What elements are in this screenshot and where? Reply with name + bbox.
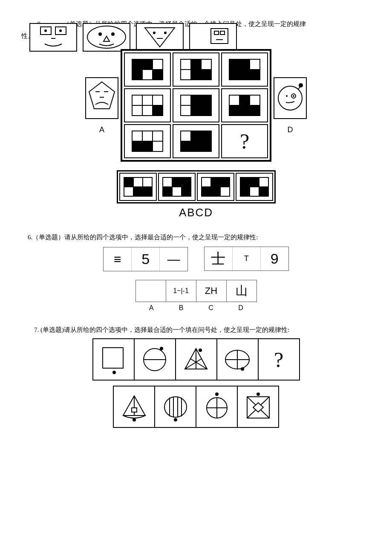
- q6-option-label: A: [136, 304, 166, 312]
- svg-rect-38: [229, 59, 239, 70]
- svg-rect-65: [132, 141, 142, 151]
- q6-cell: —: [160, 247, 187, 271]
- svg-rect-28: [153, 59, 163, 70]
- q6-sequence-2: 士T9: [204, 247, 289, 271]
- svg-point-136: [257, 392, 260, 396]
- svg-rect-120: [132, 408, 137, 412]
- q5-abcd-row: ABCD: [21, 206, 371, 219]
- svg-rect-39: [239, 59, 250, 70]
- q7-seq-3: [175, 338, 217, 381]
- q5-abcd: ABCD: [179, 206, 213, 219]
- svg-rect-93: [211, 177, 220, 187]
- option-cell: [236, 173, 273, 201]
- q6-option-label: B: [166, 304, 196, 312]
- svg-point-8: [98, 32, 102, 36]
- q6-cell: ≡: [104, 247, 132, 271]
- svg-rect-68: [181, 131, 191, 141]
- svg-rect-67: [153, 141, 163, 151]
- svg-point-122: [164, 397, 187, 417]
- svg-rect-97: [220, 187, 230, 196]
- svg-rect-102: [250, 187, 259, 196]
- q7-options-row: [21, 386, 371, 428]
- svg-rect-49: [153, 105, 163, 116]
- svg-point-121: [133, 418, 136, 421]
- q6-option: ZH: [196, 280, 227, 302]
- svg-rect-84: [133, 187, 143, 196]
- svg-rect-91: [182, 187, 191, 196]
- option-cell: [158, 173, 196, 201]
- svg-rect-32: [181, 59, 191, 70]
- svg-rect-96: [211, 187, 220, 196]
- q6-option: 山: [227, 280, 257, 302]
- q6-cell: 士: [205, 247, 233, 270]
- q6-text: 6.（单选题）请从所给的四个选项中，选择最合适的一个，使之呈现一定的规律性:: [21, 232, 371, 242]
- svg-rect-46: [153, 95, 163, 105]
- svg-rect-92: [202, 177, 211, 187]
- svg-rect-54: [191, 105, 201, 116]
- svg-point-14: [164, 32, 167, 34]
- q6-option-label: C: [196, 304, 226, 312]
- matrix-cell: [124, 52, 171, 87]
- svg-rect-86: [163, 177, 172, 187]
- svg-rect-53: [181, 105, 191, 116]
- svg-rect-51: [191, 95, 201, 105]
- q6-option-label: D: [226, 304, 256, 312]
- svg-point-78: [293, 95, 294, 97]
- q6-option-labels: ABCD: [136, 304, 256, 312]
- svg-rect-81: [133, 177, 143, 187]
- q7-opt-c: [196, 386, 238, 428]
- question-6: 6.（单选题）请从所给的四个选项中，选择最合适的一个，使之呈现一定的规律性: ≡…: [21, 232, 371, 312]
- q6-option: 1~|-1: [166, 280, 196, 302]
- svg-rect-55: [201, 105, 211, 116]
- svg-rect-31: [153, 70, 163, 80]
- q7-seq-1: [92, 338, 135, 381]
- svg-rect-27: [142, 59, 153, 70]
- q7-sequence-row: ?: [21, 338, 371, 381]
- svg-point-108: [160, 347, 163, 350]
- svg-point-75: [278, 86, 302, 110]
- svg-point-4: [59, 29, 62, 32]
- svg-point-105: [112, 371, 116, 374]
- svg-rect-42: [239, 70, 250, 80]
- svg-rect-36: [191, 70, 201, 80]
- svg-point-9: [111, 32, 115, 36]
- svg-point-76: [286, 95, 288, 97]
- svg-point-117: [241, 367, 244, 371]
- q5-left-face: A: [85, 77, 119, 134]
- svg-rect-45: [142, 95, 153, 105]
- q6-option: [136, 280, 166, 302]
- svg-rect-33: [191, 59, 201, 70]
- svg-rect-59: [229, 105, 239, 116]
- svg-rect-41: [229, 70, 239, 80]
- q7-seq-qmark: ?: [258, 338, 300, 381]
- svg-rect-61: [250, 105, 260, 116]
- svg-rect-29: [132, 70, 142, 80]
- q5-faces-row: [21, 21, 371, 53]
- q7-seq-2: [134, 338, 176, 381]
- svg-rect-90: [172, 187, 182, 196]
- svg-rect-43: [250, 70, 260, 80]
- svg-rect-19: [220, 31, 225, 35]
- matrix-cell: [173, 124, 219, 158]
- svg-rect-17: [211, 29, 228, 44]
- svg-rect-64: [153, 131, 163, 141]
- svg-rect-58: [250, 95, 260, 105]
- svg-rect-57: [239, 95, 250, 105]
- svg-rect-34: [201, 59, 211, 70]
- svg-rect-26: [132, 59, 142, 70]
- svg-rect-56: [229, 95, 239, 105]
- svg-rect-80: [124, 177, 133, 187]
- svg-rect-87: [172, 177, 182, 187]
- q7-opt-a: [113, 386, 155, 428]
- q5-right-face: D: [273, 77, 307, 134]
- matrix-cell: [124, 124, 171, 158]
- matrix-cell: [221, 88, 268, 122]
- option-cell: [197, 173, 234, 201]
- svg-point-2: [44, 29, 47, 32]
- q6-options: 1~|-1ZH山: [135, 280, 257, 302]
- matrix-cell: [173, 88, 219, 122]
- svg-rect-60: [239, 105, 250, 116]
- svg-point-127: [174, 418, 177, 421]
- q5-matrix: A ? D: [21, 49, 371, 162]
- svg-rect-99: [250, 177, 259, 187]
